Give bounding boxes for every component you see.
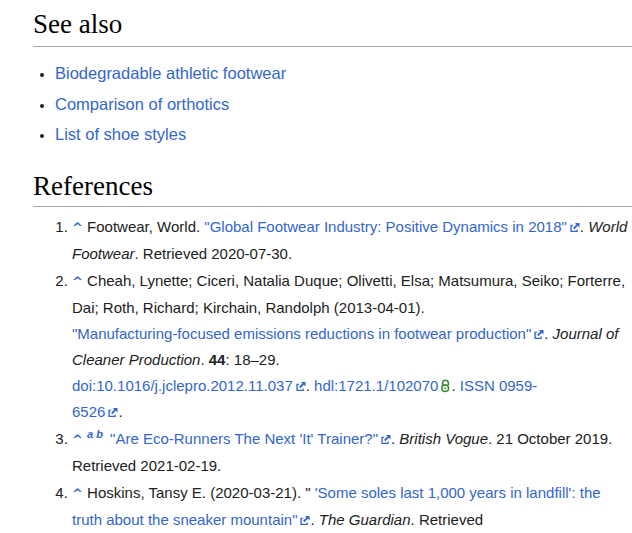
reference-link[interactable]: ISSN 0959- <box>460 377 538 394</box>
backlink-caret[interactable]: ^ <box>72 220 83 235</box>
reference-volume: 44 <box>209 351 226 368</box>
reference-text: . <box>200 351 208 368</box>
reference-text: Hoskins, Tansy E. (2020-03-21). " <box>83 484 311 501</box>
see-also-link[interactable]: Biodegradable athletic footwear <box>55 64 286 82</box>
reference-text: . <box>306 377 314 394</box>
reference-link[interactable]: 6526 <box>72 403 118 420</box>
references-list: ^ Footwear, World. "Global Footwear Indu… <box>33 214 632 533</box>
external-link-icon <box>295 381 306 392</box>
backlink-sup: a <box>87 428 93 440</box>
section-heading-references: References <box>33 171 632 207</box>
reference-text: Footwear, World. <box>83 218 204 235</box>
reference-work-title: British Vogue <box>399 430 488 447</box>
reference-text: . <box>544 325 552 342</box>
see-also-item: Comparison of orthotics <box>55 89 632 120</box>
reference-link[interactable]: "Global Footwear Industry: Positive Dyna… <box>204 218 579 235</box>
backlink-sup-link[interactable]: b <box>96 428 103 440</box>
reference-link[interactable]: "Are Eco-Runners The Next 'It' Trainer?" <box>110 430 391 447</box>
external-link-icon <box>569 222 580 233</box>
reference-link[interactable]: hdl:1721.1/102070 <box>314 377 451 394</box>
see-also-list: Biodegradable athletic footwear Comparis… <box>33 58 632 150</box>
reference-text: . <box>451 377 459 394</box>
reference-text: . <box>580 218 588 235</box>
reference-text: : 18–29. <box>225 351 279 368</box>
external-link-icon <box>299 515 310 526</box>
reference-work-title: The Guardian <box>319 511 411 528</box>
see-also-link[interactable]: List of shoe styles <box>55 125 186 143</box>
backlink-sup: b <box>96 428 103 440</box>
reference-text: . <box>118 403 122 420</box>
backlink-caret[interactable]: ^ <box>72 486 83 501</box>
see-also-item: List of shoe styles <box>55 119 632 150</box>
open-access-lock-icon <box>440 379 451 393</box>
reference-text: . Retrieved <box>411 511 484 528</box>
external-link-icon <box>533 329 544 340</box>
reference-text: . Retrieved 2020-07-30. <box>135 245 293 262</box>
reference-item: ^ Cheah, Lynette; Ciceri, Natalia Duque;… <box>72 268 632 425</box>
reference-link[interactable]: "Manufacturing-focused emissions reducti… <box>72 325 544 342</box>
see-also-item: Biodegradable athletic footwear <box>55 58 632 89</box>
backlink-caret[interactable]: ^ <box>72 274 83 289</box>
reference-item: ^ ab "Are Eco-Runners The Next 'It' Trai… <box>72 426 632 479</box>
reference-item: ^ Footwear, World. "Global Footwear Indu… <box>72 214 632 267</box>
reference-item: ^ Hoskins, Tansy E. (2020-03-21). " 'Som… <box>72 480 632 533</box>
external-link-icon <box>107 407 118 418</box>
section-heading-see-also: See also <box>33 9 632 47</box>
backlink-sup-link[interactable]: a <box>87 428 93 440</box>
backlink-caret[interactable]: ^ <box>72 432 83 447</box>
reference-text: Cheah, Lynette; Ciceri, Natalia Duque; O… <box>72 272 625 316</box>
reference-link[interactable]: doi:10.1016/j.jclepro.2012.11.037 <box>72 377 306 394</box>
external-link-icon <box>380 434 391 445</box>
reference-text: . <box>310 511 318 528</box>
see-also-link[interactable]: Comparison of orthotics <box>55 95 229 113</box>
